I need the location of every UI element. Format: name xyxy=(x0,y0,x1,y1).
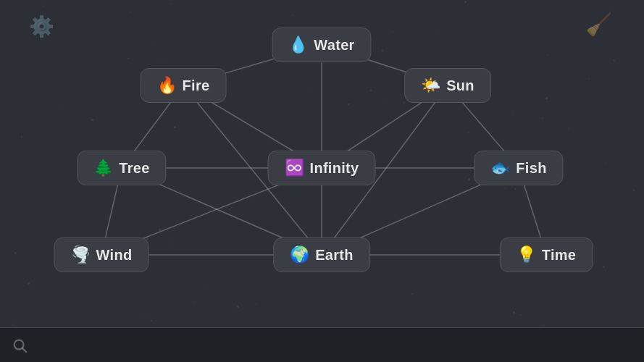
node-sun[interactable]: 🌤️Sun xyxy=(404,68,491,103)
node-tree[interactable]: 🌲Tree xyxy=(77,151,166,185)
gear-icon[interactable]: ⚙️ xyxy=(29,14,54,38)
node-infinity[interactable]: ♾️Infinity xyxy=(268,151,376,185)
node-wind[interactable]: 🌪️Wind xyxy=(54,237,149,272)
fire-icon: 🔥 xyxy=(157,76,177,95)
sun-label: Sun xyxy=(446,77,474,94)
node-earth[interactable]: 🌍Earth xyxy=(273,237,370,272)
node-fire[interactable]: 🔥Fire xyxy=(141,68,227,103)
time-label: Time xyxy=(542,247,577,264)
fish-label: Fish xyxy=(516,160,546,177)
infinity-icon: ♾️ xyxy=(285,159,304,177)
fire-label: Fire xyxy=(183,77,210,94)
node-fish[interactable]: 🐟Fish xyxy=(474,151,563,185)
svg-line-20 xyxy=(22,348,26,352)
earth-label: Earth xyxy=(315,247,354,264)
sun-icon: 🌤️ xyxy=(421,76,440,95)
search-icon xyxy=(12,337,28,353)
earth-icon: 🌍 xyxy=(290,245,309,264)
wind-label: Wind xyxy=(96,247,133,264)
water-icon: 💧 xyxy=(288,35,308,54)
bottom-bar xyxy=(0,327,644,362)
node-time[interactable]: 💡Time xyxy=(500,237,593,272)
node-water[interactable]: 💧Water xyxy=(272,28,371,62)
infinity-label: Infinity xyxy=(310,160,359,177)
wind-icon: 🌪️ xyxy=(71,245,91,264)
tree-label: Tree xyxy=(119,160,149,177)
tree-icon: 🌲 xyxy=(93,159,113,177)
fish-icon: 🐟 xyxy=(490,159,510,177)
broom-icon[interactable]: 🧹 xyxy=(585,12,612,37)
water-label: Water xyxy=(314,37,354,54)
time-icon: 💡 xyxy=(517,245,536,264)
